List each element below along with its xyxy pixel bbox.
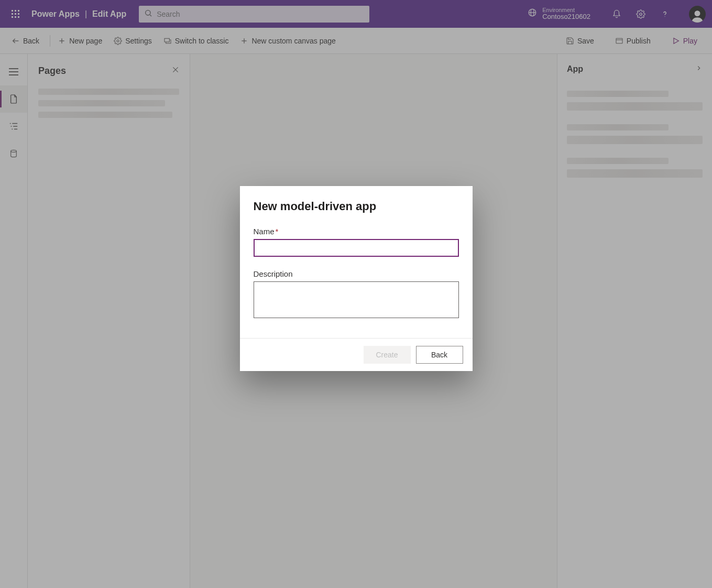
back-button-dialog[interactable]: Back bbox=[416, 346, 463, 364]
modal-overlay: New model-driven app Name* Description C… bbox=[0, 0, 712, 588]
name-input[interactable] bbox=[254, 239, 459, 257]
description-input[interactable] bbox=[254, 281, 459, 318]
description-label: Description bbox=[254, 269, 459, 278]
dialog-title: New model-driven app bbox=[254, 200, 459, 213]
dialog-footer: Create Back bbox=[240, 338, 473, 371]
new-app-dialog: New model-driven app Name* Description C… bbox=[240, 186, 473, 371]
create-button[interactable]: Create bbox=[364, 346, 411, 364]
name-label: Name* bbox=[254, 227, 459, 236]
